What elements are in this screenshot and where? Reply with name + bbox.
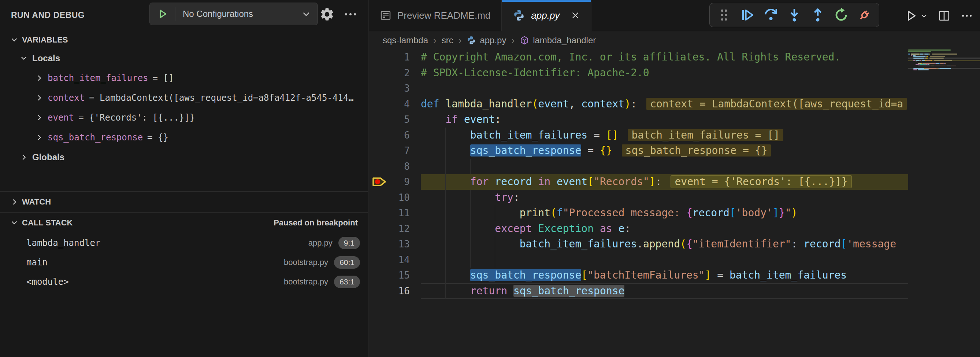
gutter-glyph-margin[interactable] [369, 268, 390, 283]
step-over-icon[interactable] [762, 6, 780, 24]
stack-frame[interactable]: <module>bootstrap.py63:1 [0, 272, 368, 292]
minimap-line [926, 60, 931, 61]
minimap-line [908, 54, 910, 54]
indent-guide [445, 221, 446, 237]
frame-name: lambda_handler [26, 238, 302, 248]
indent-guide [445, 236, 446, 252]
gutter-glyph-margin[interactable] [369, 49, 390, 65]
scope-locals[interactable]: Locals [0, 48, 368, 68]
line-number[interactable]: 4 [390, 96, 421, 112]
tab-preview-readme[interactable]: Preview README.md [369, 0, 502, 31]
breakpoint-gutter[interactable] [369, 174, 390, 190]
line-number[interactable]: 11 [390, 205, 421, 221]
line-number[interactable]: 12 [390, 221, 421, 237]
line-content: # Copyright Amazon.com, Inc. or its affi… [421, 49, 908, 65]
disconnect-icon[interactable] [856, 6, 874, 24]
variable-row-batch_item_failures[interactable]: batch_item_failures = [] [0, 68, 368, 88]
scope-globals[interactable]: Globals [0, 147, 368, 167]
breadcrumb-item-file[interactable]: app.py [466, 35, 506, 45]
variable-name: sqs_batch_response [48, 132, 143, 143]
continue-icon[interactable] [738, 6, 757, 24]
frame-file: bootstrap.py [284, 277, 328, 287]
breadcrumb-item-folder[interactable]: src [442, 35, 453, 45]
chevron-right-icon [35, 74, 43, 82]
code-line-3: 3 [369, 81, 908, 96]
line-number[interactable]: 13 [390, 236, 421, 252]
gutter-glyph-margin[interactable] [369, 143, 390, 159]
inline-debug-value: sqs_batch_response = {} [622, 144, 771, 156]
line-number[interactable]: 2 [390, 65, 421, 81]
step-into-icon[interactable] [785, 6, 803, 24]
line-number[interactable]: 3 [390, 81, 421, 96]
minimap-line [918, 65, 930, 67]
line-number[interactable]: 10 [390, 190, 421, 206]
gutter-glyph-margin[interactable] [369, 205, 390, 221]
minimap-line [918, 69, 929, 70]
line-content [421, 81, 908, 96]
indent-guide [445, 205, 446, 221]
line-content: # SPDX-License-Identifier: Apache-2.0 [421, 65, 908, 81]
gutter-glyph-margin[interactable] [369, 252, 390, 268]
variable-row-context[interactable]: context = LambdaContext([aws_request_id=… [0, 88, 368, 108]
gutter-glyph-margin[interactable] [369, 65, 390, 81]
step-out-icon[interactable] [808, 6, 827, 24]
gutter-glyph-margin[interactable] [369, 283, 390, 299]
gutter-glyph-margin[interactable] [369, 236, 390, 252]
debug-config-dropdown[interactable]: No Configurations [150, 3, 318, 25]
variable-row-event[interactable]: event = {'Records': [{...}]} [0, 108, 368, 128]
minimap-line [916, 62, 917, 63]
minimap[interactable] [908, 49, 980, 357]
line-number[interactable]: 6 [390, 128, 421, 143]
line-number[interactable]: 7 [390, 143, 421, 159]
gutter-glyph-margin[interactable] [369, 221, 390, 237]
breadcrumb-item-folder[interactable]: sqs-lambda [383, 35, 428, 45]
stack-frame[interactable]: lambda_handlerapp.py9:1 [0, 233, 368, 253]
breadcrumb-item-symbol[interactable]: lambda_handler [520, 35, 596, 45]
code-line-10: 10 try: [369, 190, 908, 206]
variable-name: event [48, 113, 74, 123]
restart-icon[interactable] [832, 6, 850, 24]
gutter-glyph-margin[interactable] [369, 112, 390, 128]
variables-header[interactable]: VARIABLES [0, 32, 368, 48]
line-number[interactable]: 14 [390, 252, 421, 268]
watch-header[interactable]: WATCH [0, 192, 368, 212]
minimap-line [936, 65, 946, 67]
frame-position-badge: 63:1 [334, 276, 360, 288]
line-number[interactable]: 1 [390, 49, 421, 65]
variable-name: context [48, 93, 84, 103]
code-line-9: 9 for record in event["Records"]:event =… [369, 174, 908, 190]
line-number[interactable]: 8 [390, 159, 421, 174]
frame-position-badge: 60:1 [334, 256, 360, 269]
line-number[interactable]: 9 [390, 174, 421, 190]
drag-grip-icon[interactable] [715, 6, 733, 24]
split-editor-icon[interactable] [937, 9, 951, 22]
run-python-file-button[interactable] [905, 9, 928, 22]
code-editor[interactable]: 1# Copyright Amazon.com, Inc. or its aff… [369, 49, 908, 357]
gutter-glyph-margin[interactable] [369, 159, 390, 174]
start-debug-icon[interactable] [150, 7, 175, 21]
tab-app-py[interactable]: app.py [502, 0, 592, 31]
gutter-glyph-margin[interactable] [369, 81, 390, 96]
gutter-glyph-margin[interactable] [369, 128, 390, 143]
variable-value: = LambdaContext([aws_request_id=a8fa412f… [89, 93, 353, 103]
line-number[interactable]: 16 [390, 283, 421, 299]
variable-row-sqs_batch_response[interactable]: sqs_batch_response = {} [0, 128, 368, 147]
debug-config-label: No Configurations [175, 9, 301, 19]
code-line-14: 14 [369, 252, 908, 268]
minimap-line [924, 54, 929, 54]
breakpoint-current-line-icon[interactable] [371, 175, 388, 188]
gutter-glyph-margin[interactable] [369, 190, 390, 206]
indent-guide [445, 159, 446, 174]
gear-icon[interactable] [319, 6, 335, 22]
line-number[interactable]: 15 [390, 268, 421, 283]
gutter-glyph-margin[interactable] [369, 96, 390, 112]
more-actions-icon[interactable] [343, 6, 358, 22]
more-actions-icon[interactable] [960, 9, 974, 22]
minimap-line [931, 65, 934, 67]
indent-guide [470, 252, 471, 268]
line-number[interactable]: 5 [390, 112, 421, 128]
stack-frame[interactable]: mainbootstrap.py60:1 [0, 253, 368, 272]
debug-toolbar [710, 3, 879, 27]
call-stack-header[interactable]: CALL STACK Paused on breakpoint [0, 213, 368, 233]
close-icon[interactable] [571, 11, 580, 20]
